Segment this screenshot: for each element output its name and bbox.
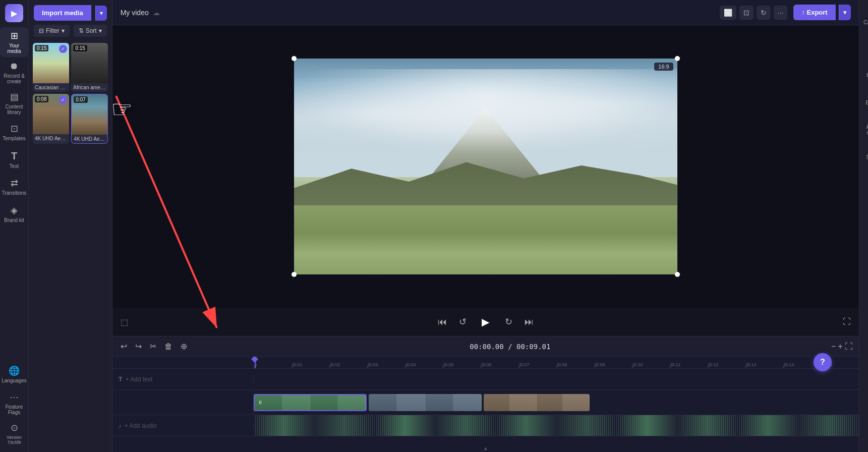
media-grid: 0:15 ✓ Caucasian co... ✓ 0:15 African am…	[29, 41, 112, 146]
sidebar-item-languages[interactable]: 🌐 Languages	[0, 361, 28, 387]
sidebar-item-text[interactable]: T Text	[0, 146, 28, 173]
list-item[interactable]: 0:15 ✓ Caucasian co... ✓	[33, 43, 69, 92]
sidebar-item-version[interactable]: ⊙ Version 73c5f8	[0, 419, 28, 448]
list-item[interactable]: 0:15 African american...	[71, 43, 107, 92]
fullscreen-button[interactable]: ⛶	[843, 317, 851, 326]
playback-bar: ⬚ ⏮ ↺ ▶ ↻ ⏭ ⛶	[112, 308, 859, 336]
thumb-preview: 0:15 ✓	[33, 43, 69, 83]
resize-handle-br[interactable]	[675, 272, 680, 277]
clip-pause-icon: ⏸	[258, 400, 263, 405]
video-clip-3[interactable]	[484, 394, 590, 411]
sidebar-item-templates[interactable]: ⊡ Templates	[0, 119, 28, 145]
skip-to-start-button[interactable]: ⏮	[436, 315, 449, 329]
resize-handle-tr[interactable]	[675, 56, 680, 61]
sidebar-item-feature-flags[interactable]: ⋯ Feature Flags	[0, 388, 28, 418]
import-media-button[interactable]: Import media	[34, 5, 91, 21]
sidebar-item-speed[interactable]: ⚡ Speed	[859, 140, 868, 166]
aspect-ratio-badge[interactable]: 16:9	[654, 63, 673, 71]
sidebar-item-transitions[interactable]: ⇄ Transitions	[0, 174, 28, 200]
video-track-label	[112, 390, 254, 415]
export-dropdown-button[interactable]: ▾	[839, 5, 851, 20]
video-clip-1[interactable]: ⏸	[254, 394, 367, 411]
adjust-colors-label: Adjust colors	[861, 124, 868, 135]
sort-button[interactable]: ⇅ Sort ▾	[74, 25, 107, 37]
ruler-marks: 0 |0:01 |0:02 |0:03 |0:04 |0:05 |0:06 |0…	[254, 362, 859, 367]
export-icon: ↑	[801, 9, 805, 16]
ruler-mark-12: |0:12	[708, 362, 745, 367]
captions-label: Captions	[863, 20, 868, 25]
sidebar-label-brand: Brand kit	[4, 217, 24, 223]
list-item[interactable]: 0:07 4K UHD Aeria...	[71, 94, 107, 144]
filter-icon: ⊟	[39, 27, 44, 34]
copy-button[interactable]: ⊕	[179, 340, 189, 353]
ruler-mark-3: |0:03	[367, 362, 405, 367]
ruler-mark-0: 0	[254, 362, 292, 367]
zoom-in-button[interactable]: +	[838, 342, 842, 351]
app-logo[interactable]: ▶	[5, 4, 23, 22]
thumb-duration: 0:07	[74, 96, 87, 103]
crop-preview-button[interactable]: ⬚	[121, 317, 128, 327]
video-clip-2[interactable]	[369, 394, 482, 411]
play-pause-button[interactable]: ▶	[477, 313, 495, 331]
sidebar-item-brand-kit[interactable]: ◈ Brand kit	[0, 201, 28, 227]
crop-tool-button[interactable]: ⬜	[720, 6, 736, 20]
logo-icon: ▶	[11, 9, 17, 18]
undo-button[interactable]: ↩	[119, 340, 129, 353]
left-sidebar: ▶ ⊞ Your media ⏺ Record & create ▤ Conte…	[0, 0, 29, 452]
sidebar-item-filters[interactable]: ⊗ Filters	[859, 59, 868, 85]
sidebar-item-captions[interactable]: CC Captions	[859, 4, 868, 30]
delete-button[interactable]: 🗑	[162, 340, 175, 353]
add-audio-button[interactable]: + Add audio	[125, 422, 157, 429]
import-media-dropdown[interactable]: ▾	[95, 6, 107, 21]
sidebar-item-record-create[interactable]: ⏺ Record & create	[0, 58, 28, 87]
timeline-toolbar: ↩ ↪ ✂ 🗑 ⊕ 00:00.00 / 00:09.01 − + ⛶	[112, 336, 859, 357]
expand-timeline-button[interactable]: ⛶	[845, 342, 853, 351]
sidebar-item-effects[interactable]: ✦ Effects	[859, 86, 868, 112]
thumb-duration: 0:08	[35, 96, 48, 102]
forward-button[interactable]: ↻	[503, 314, 514, 329]
languages-icon: 🌐	[9, 365, 20, 376]
sidebar-label-content: Content library	[2, 104, 26, 115]
ruler-mark-11: |0:11	[670, 362, 708, 367]
zoom-out-button[interactable]: −	[831, 342, 836, 351]
templates-icon: ⊡	[11, 123, 18, 134]
resize-handle-tl[interactable]	[292, 56, 297, 61]
audio-waveform	[254, 415, 859, 436]
rewind-button[interactable]: ↺	[457, 314, 469, 329]
right-sidebar: CC Captions ◑ Fade ⊗ Filters ✦ Effects ◎…	[859, 0, 868, 452]
video-track-content: ⏸	[254, 390, 859, 415]
add-text-button[interactable]: + Add text	[126, 376, 153, 383]
redo-button[interactable]: ↪	[133, 340, 144, 353]
cut-button[interactable]: ✂	[148, 340, 158, 353]
thumb-check-mark: ✓	[59, 96, 67, 104]
sidebar-item-content-library[interactable]: ▤ Content library	[0, 88, 28, 118]
video-preview: 16:9	[294, 59, 677, 274]
export-button[interactable]: ↑ Export	[793, 5, 835, 20]
sidebar-item-fade[interactable]: ◑ Fade	[859, 31, 868, 58]
skip-to-end-button[interactable]: ⏭	[523, 315, 536, 329]
clip-thumb	[484, 394, 510, 411]
rotate-button[interactable]: ↻	[757, 6, 771, 20]
sidebar-item-adjust-colors[interactable]: ◎ Adjust colors	[859, 113, 868, 139]
ruler-mark-13: |0:13	[745, 362, 783, 367]
thumb-label: Caucasian co... ✓	[33, 83, 69, 92]
ruler-mark-2: |0:02	[329, 362, 367, 367]
more-options-button[interactable]: ···	[774, 6, 788, 20]
list-item[interactable]: 0:08 ✓ 4K UHD Aeria... ✓	[33, 94, 69, 144]
ruler-mark-10: |0:10	[632, 362, 670, 367]
sidebar-item-your-media[interactable]: ⊞ Your media	[0, 27, 28, 57]
resize-handle-bl[interactable]	[292, 272, 297, 277]
clip-thumb	[453, 394, 482, 411]
timecode-current: 00:00.00	[470, 343, 503, 351]
sidebar-item-collapse-right[interactable]: ‹	[859, 422, 868, 448]
sidebar-label-version: Version 73c5f8	[7, 435, 22, 445]
audio-track-row: ♪ + Add audio	[112, 415, 859, 436]
media-panel-header: Import media ▾	[29, 0, 112, 25]
your-media-icon: ⊞	[11, 30, 18, 41]
filter-button[interactable]: ⊟ Filter ▾	[34, 25, 70, 37]
speed-label: Speed	[866, 154, 868, 160]
playhead[interactable]	[255, 357, 256, 368]
help-button[interactable]: ?	[814, 353, 832, 371]
timeline-expand-button[interactable]: ▲	[112, 444, 859, 452]
resize-button[interactable]: ⊡	[739, 6, 754, 20]
